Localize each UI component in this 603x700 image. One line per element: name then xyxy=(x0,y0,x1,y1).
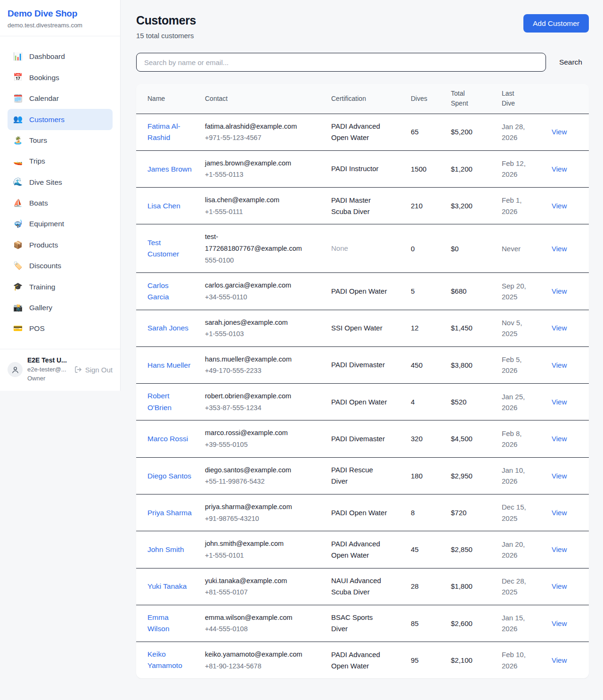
customers-table-card: Name Contact Certification Dives Total S… xyxy=(136,84,589,678)
customer-certification: NAUI Advanced Scuba Diver xyxy=(331,576,381,596)
sidebar-item-label: Trips xyxy=(29,156,45,166)
view-customer-link[interactable]: View xyxy=(552,361,567,369)
customer-certification: PADI Advanced Open Water xyxy=(331,540,380,559)
page-header: Customers 15 total customers Add Custome… xyxy=(136,13,589,40)
sign-out-button[interactable]: Sign Out xyxy=(74,366,113,374)
table-row: Emma Wilson emma.wilson@example.com +44-… xyxy=(136,605,589,642)
view-customer-link[interactable]: View xyxy=(552,202,567,210)
customer-last-dive: Nov 5, 2025 xyxy=(502,310,552,346)
view-customer-link[interactable]: View xyxy=(552,165,567,173)
customer-certification: PADI Open Water xyxy=(331,509,387,517)
view-customer-link[interactable]: View xyxy=(552,324,567,332)
customer-total-spent: $0 xyxy=(451,224,502,273)
graduation-cap-icon: 🎓 xyxy=(13,281,23,292)
customer-name-link[interactable]: Priya Sharma xyxy=(147,507,192,519)
customer-email: fatima.alrashid@example.com xyxy=(205,121,312,132)
customer-certification: PADI Divemaster xyxy=(331,361,385,369)
customer-dives: 0 xyxy=(411,224,451,273)
sidebar-item-dashboard[interactable]: 📊 Dashboard xyxy=(8,46,113,67)
shop-header: Demo Dive Shop demo.test.divestreams.com xyxy=(0,0,120,36)
customer-name-link[interactable]: Carlos Garcia xyxy=(147,280,192,303)
sidebar-item-trips[interactable]: 🚤 Trips xyxy=(8,151,113,172)
logout-icon xyxy=(74,366,82,373)
view-customer-link[interactable]: View xyxy=(552,398,567,406)
view-customer-link[interactable]: View xyxy=(552,656,567,664)
customer-name-link[interactable]: Fatima Al-Rashid xyxy=(147,121,192,143)
customer-name-link[interactable]: Diego Santos xyxy=(147,470,191,482)
customer-name-link[interactable]: John Smith xyxy=(147,544,184,555)
search-button[interactable]: Search xyxy=(546,58,589,66)
customer-name-link[interactable]: Yuki Tanaka xyxy=(147,581,187,592)
customer-email: hans.mueller@example.com xyxy=(205,354,312,365)
sidebar-item-bookings[interactable]: 📅 Bookings xyxy=(8,67,113,88)
sidebar-item-gallery[interactable]: 📸 Gallery xyxy=(8,297,113,318)
view-customer-link[interactable]: View xyxy=(552,509,567,517)
sidebar-item-tours[interactable]: 🏝️ Tours xyxy=(8,130,113,151)
package-icon: 📦 xyxy=(13,240,23,250)
customer-certification: PADI Open Water xyxy=(331,398,387,406)
customer-certification: PADI Rescue Diver xyxy=(331,466,373,485)
search-input[interactable] xyxy=(136,53,546,72)
customer-name-link[interactable]: Robert O'Brien xyxy=(147,390,192,413)
page-subtitle: 15 total customers xyxy=(136,32,196,40)
col-last-dive: Last Dive xyxy=(502,84,552,114)
sidebar-item-label: Bookings xyxy=(29,73,59,83)
customer-total-spent: $2,950 xyxy=(451,457,502,494)
customer-dives: 320 xyxy=(411,420,451,457)
camera-icon: 📸 xyxy=(13,303,23,313)
customer-certification: PADI Master Scuba Diver xyxy=(331,196,371,215)
table-row: Sarah Jones sarah.jones@example.com +1-5… xyxy=(136,310,589,346)
view-customer-link[interactable]: View xyxy=(552,435,567,443)
customer-name-link[interactable]: Emma Wilson xyxy=(147,612,192,634)
sidebar-item-products[interactable]: 📦 Products xyxy=(8,235,113,255)
customer-phone: +1-555-0101 xyxy=(205,550,312,561)
view-customer-link[interactable]: View xyxy=(552,128,567,136)
sidebar-item-calendar[interactable]: 🗓️ Calendar xyxy=(8,88,113,109)
view-customer-link[interactable]: View xyxy=(552,472,567,480)
customer-certification: PADI Open Water xyxy=(331,287,387,295)
add-customer-button[interactable]: Add Customer xyxy=(523,14,589,33)
sidebar-item-label: Products xyxy=(29,240,58,250)
customer-last-dive: Jan 28, 2026 xyxy=(502,114,552,150)
table-row: Carlos Garcia carlos.garcia@example.com … xyxy=(136,273,589,310)
sidebar-item-boats[interactable]: ⛵ Boats xyxy=(8,193,113,214)
customer-name-link[interactable]: James Brown xyxy=(147,164,192,175)
view-customer-link[interactable]: View xyxy=(552,545,567,553)
table-row: Robert O'Brien robert.obrien@example.com… xyxy=(136,384,589,420)
sidebar-item-dive-sites[interactable]: 🌊 Dive Sites xyxy=(8,172,113,192)
customer-email: robert.obrien@example.com xyxy=(205,390,312,402)
sidebar-item-discounts[interactable]: 🏷️ Discounts xyxy=(8,255,113,276)
sidebar-item-training[interactable]: 🎓 Training xyxy=(8,276,113,297)
customer-dives: 45 xyxy=(411,531,451,568)
customer-last-dive: Dec 28, 2025 xyxy=(502,568,552,605)
customer-dives: 5 xyxy=(411,273,451,310)
customer-email: priya.sharma@example.com xyxy=(205,501,312,513)
diving-mask-icon: 🤿 xyxy=(13,219,23,229)
customer-email: emma.wilson@example.com xyxy=(205,612,312,624)
sidebar-item-customers[interactable]: 👥 Customers xyxy=(8,109,113,130)
table-row: Fatima Al-Rashid fatima.alrashid@example… xyxy=(136,114,589,150)
customer-name-link[interactable]: Sarah Jones xyxy=(147,322,188,334)
view-customer-link[interactable]: View xyxy=(552,582,567,590)
shop-name: Demo Dive Shop xyxy=(8,8,113,19)
customer-total-spent: $4,500 xyxy=(451,420,502,457)
customer-name-link[interactable]: Test Customer xyxy=(147,237,192,260)
credit-card-icon: 💳 xyxy=(13,323,23,334)
sign-out-label: Sign Out xyxy=(85,366,113,374)
customer-certification: SSI Open Water xyxy=(331,324,383,332)
island-icon: 🏝️ xyxy=(13,135,23,146)
customer-name-link[interactable]: Marco Rossi xyxy=(147,433,188,445)
sidebar-item-pos[interactable]: 💳 POS xyxy=(8,318,113,339)
customer-dives: 180 xyxy=(411,457,451,494)
customer-name-link[interactable]: Keiko Yamamoto xyxy=(147,649,192,671)
view-customer-link[interactable]: View xyxy=(552,245,567,253)
customer-name-link[interactable]: Hans Mueller xyxy=(147,360,190,371)
sidebar-item-label: Discounts xyxy=(29,261,61,271)
view-customer-link[interactable]: View xyxy=(552,287,567,295)
customer-email: test-1772681807767@example.com xyxy=(205,231,312,254)
customer-last-dive: Feb 1, 2026 xyxy=(502,188,552,224)
sidebar-item-equipment[interactable]: 🤿 Equipment xyxy=(8,214,113,234)
view-customer-link[interactable]: View xyxy=(552,619,567,627)
customer-name-link[interactable]: Lisa Chen xyxy=(147,200,180,212)
sailboat-icon: ⛵ xyxy=(13,198,23,208)
